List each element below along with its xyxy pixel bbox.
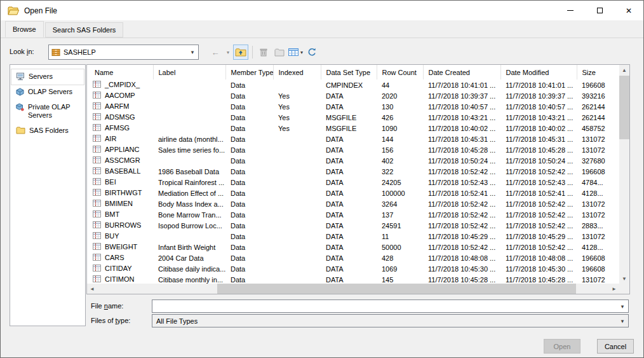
sidebar-item-servers[interactable]: Servers: [11, 69, 84, 85]
look-in-combobox[interactable]: SASHELP ▾: [48, 45, 199, 60]
table-row[interactable]: BURROWS Isopod Burrow Loc... Data DATA 2…: [87, 220, 619, 231]
table-row[interactable]: CITIMON Citibase monthly in... Data DATA…: [87, 274, 619, 284]
table-row[interactable]: ASSCMGR Data DATA 402 11/7/2018 10:50:24…: [87, 155, 619, 166]
column-header-date-created[interactable]: Date Created: [423, 65, 500, 79]
table-row[interactable]: APPLIANC Sales time series fo... Data DA…: [87, 144, 619, 155]
cell-date-created: 11/7/2018 10:52:42 ...: [428, 211, 495, 219]
tab-search-sas-folders[interactable]: Search SAS Folders: [45, 22, 124, 38]
cell-date-modified: 11/7/2018 10:52:42 ...: [506, 200, 573, 208]
table-row[interactable]: BMIMEN Body Mass Index a... Data DATA 32…: [87, 198, 619, 209]
open-button[interactable]: Open: [544, 339, 580, 354]
folder-icon: [16, 127, 25, 134]
sidebar-item-sas-folders[interactable]: SAS Folders: [11, 123, 84, 139]
cancel-button[interactable]: Cancel: [597, 339, 634, 354]
vertical-scroll-thumb[interactable]: [619, 76, 629, 139]
table-row[interactable]: _CMPIDX_ Data CMPINDEX 44 11/7/2018 10:4…: [87, 79, 619, 90]
table-row[interactable]: BASEBALL 1986 Baseball Data Data DATA 32…: [87, 166, 619, 177]
new-folder-button[interactable]: [272, 45, 287, 60]
file-name-input[interactable]: [156, 300, 617, 312]
close-button[interactable]: ✕: [614, 1, 643, 20]
back-history-dropdown[interactable]: ▾: [224, 45, 232, 60]
look-in-value: SASHELP: [64, 48, 96, 56]
cell-label: Isopod Burrow Loc...: [158, 222, 222, 230]
scroll-up-icon[interactable]: ▲: [619, 65, 629, 75]
table-row[interactable]: BUY Data DATA 11 11/7/2018 10:45:29 ... …: [87, 231, 619, 242]
table-row[interactable]: BEI Tropical Rainforest ... Data DATA 24…: [87, 177, 619, 188]
cell-row-count: 24205: [382, 179, 401, 186]
scroll-down-icon[interactable]: ▼: [619, 273, 629, 284]
cell-member-type: Data: [231, 265, 245, 273]
cell-data-set-type: DATA: [326, 146, 344, 154]
cell-member-type: Data: [231, 179, 245, 186]
table-row[interactable]: AIR airline data (monthl... Data DATA 14…: [87, 134, 619, 144]
cell-row-count: 1069: [382, 265, 397, 273]
cell-name: BWEIGHT: [105, 243, 137, 251]
refresh-button[interactable]: [304, 45, 319, 60]
window-title: Open File: [24, 6, 57, 15]
table-row[interactable]: AFMSG Data Yes MSGFILE 1090 11/7/2018 10…: [87, 123, 619, 134]
delete-button[interactable]: [256, 45, 271, 60]
maximize-button[interactable]: [585, 1, 614, 20]
cell-date-modified: 11/7/2018 10:40:02 ...: [506, 125, 573, 132]
cell-row-count: 428: [382, 254, 393, 262]
table-row[interactable]: AARFM Data Yes DATA 130 11/7/2018 10:40:…: [87, 101, 619, 112]
cell-date-modified: 11/7/2018 10:52:42 ...: [506, 211, 573, 219]
chevron-down-icon[interactable]: ▾: [617, 318, 628, 324]
tab-browse[interactable]: Browse: [5, 21, 44, 38]
files-of-type-value: All File Types: [156, 317, 198, 325]
horizontal-scroll-thumb[interactable]: [217, 284, 576, 294]
sidebar-item-label: Private OLAP Servers: [28, 103, 82, 120]
cell-name: ADSMSG: [105, 113, 135, 121]
dataset-icon: [93, 167, 101, 176]
server-icon: [16, 72, 25, 81]
dataset-icon: [93, 265, 101, 273]
files-of-type-combobox[interactable]: All File Types ▾: [152, 314, 629, 327]
column-header-indexed[interactable]: Indexed: [273, 65, 321, 79]
table-row[interactable]: ADSMSG Data Yes MSGFILE 426 11/7/2018 10…: [87, 112, 619, 123]
back-arrow-icon: ←: [211, 48, 220, 57]
cell-size: 458752: [582, 125, 605, 132]
sidebar-item-olap-servers[interactable]: OLAP Servers: [11, 85, 84, 100]
back-button[interactable]: ←: [208, 45, 223, 60]
column-header-data-set-type[interactable]: Data Set Type: [321, 65, 377, 79]
new-folder-icon: [274, 48, 285, 57]
table-row[interactable]: AACOMP Data Yes DATA 2020 11/7/2018 10:3…: [87, 90, 619, 101]
cell-row-count: 145: [382, 276, 393, 284]
vertical-scrollbar[interactable]: ▲ ▼: [619, 65, 629, 284]
column-header-row-count[interactable]: Row Count: [377, 65, 423, 79]
cell-data-set-type: DATA: [326, 179, 344, 186]
table-row[interactable]: BMT Bone Marrow Tran... Data DATA 137 11…: [87, 209, 619, 220]
sidebar-item-private-olap-servers[interactable]: Private OLAP Servers: [11, 100, 84, 123]
dataset-icon: [93, 275, 101, 284]
cell-date-created: 11/7/2018 10:45:29 ...: [428, 233, 495, 240]
cell-data-set-type: DATA: [326, 157, 344, 165]
column-header-size[interactable]: Size: [577, 65, 619, 79]
up-one-level-button[interactable]: [233, 45, 248, 60]
cell-member-type: Data: [231, 125, 245, 132]
column-header-date-modified[interactable]: Date Modified: [500, 65, 577, 79]
scroll-left-icon[interactable]: ◄: [87, 284, 97, 294]
table-row[interactable]: CARS 2004 Car Data Data DATA 428 11/7/20…: [87, 252, 619, 263]
table-row[interactable]: CITIDAY Citibase daily indica... Data DA…: [87, 263, 619, 274]
column-header-member-type[interactable]: Member Type: [225, 65, 273, 79]
cell-date-modified: 11/7/2018 10:45:30 ...: [506, 265, 573, 273]
scroll-right-icon[interactable]: ►: [609, 284, 619, 294]
minimize-button[interactable]: [556, 1, 585, 20]
column-header-label[interactable]: Label: [153, 65, 225, 79]
view-menu-button[interactable]: ▾: [288, 45, 304, 60]
chevron-down-icon[interactable]: ▾: [617, 303, 628, 310]
horizontal-scrollbar[interactable]: ◄ ►: [87, 284, 619, 294]
table-row[interactable]: BWEIGHT Infant Birth Weight Data DATA 50…: [87, 242, 619, 252]
dataset-icon: [93, 146, 101, 154]
cell-name: BMIMEN: [105, 200, 133, 207]
cell-row-count: 156: [382, 146, 393, 154]
table-row[interactable]: BIRTHWGT Mediation Effect of ... Data DA…: [87, 188, 619, 198]
file-name-combobox[interactable]: ▾: [152, 299, 629, 313]
cell-label: 1986 Baseball Data: [158, 168, 219, 176]
file-name-label-post: ame:: [108, 302, 123, 310]
files-of-type-label: Files of type:: [91, 317, 130, 324]
chevron-down-icon[interactable]: ▾: [187, 49, 198, 55]
column-header-name[interactable]: Name: [87, 65, 153, 79]
cell-row-count: 2020: [382, 92, 397, 100]
locations-sidebar: Servers OLAP Servers Private OLAP Serv: [10, 64, 86, 326]
